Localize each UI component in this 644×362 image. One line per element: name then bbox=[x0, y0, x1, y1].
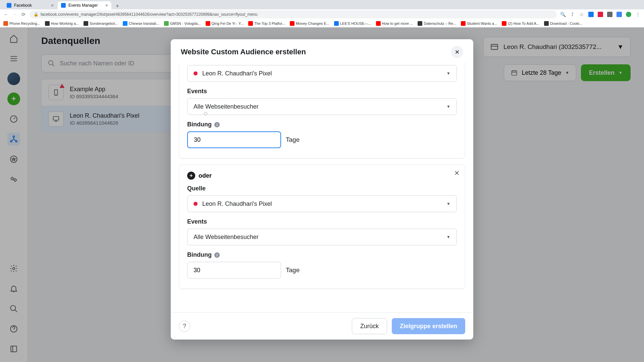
extension-icon[interactable] bbox=[607, 12, 612, 17]
custom-audience-modal: Website Custom Audience erstellen Leon R… bbox=[171, 39, 473, 340]
forward-icon[interactable]: → bbox=[12, 12, 17, 17]
modal-footer: ? Zurück Zielgruppe erstellen bbox=[171, 312, 473, 340]
tab-bar: Facebook × Events Manager × + bbox=[0, 0, 644, 9]
retention-label: Bindung i bbox=[187, 121, 457, 128]
bookmark-item[interactable]: How to get more ... bbox=[376, 21, 413, 26]
create-audience-button[interactable]: Zielgruppe erstellen bbox=[392, 318, 465, 334]
retention-input[interactable] bbox=[187, 131, 281, 148]
pixel-status-dot bbox=[194, 202, 198, 206]
bookmark-item[interactable]: The Top 3 Platfor... bbox=[248, 21, 285, 26]
close-icon bbox=[454, 49, 460, 55]
modal-body: Leon R. Chaudhari's Pixel ▼ Events Alle … bbox=[171, 63, 473, 312]
chevron-down-icon: ▼ bbox=[446, 71, 450, 76]
url-text: facebook.com/events_manager2/list/pixel/… bbox=[41, 12, 257, 17]
new-tab-button[interactable]: + bbox=[114, 3, 121, 9]
retention-input[interactable] bbox=[187, 262, 281, 279]
bookmark-item[interactable]: Chinese translati... bbox=[123, 21, 159, 26]
close-tab-icon[interactable]: × bbox=[105, 3, 108, 8]
bookmark-item[interactable]: Student Wants a... bbox=[461, 21, 497, 26]
extension-icon[interactable] bbox=[616, 12, 622, 17]
bookmark-item[interactable]: Datenschutz – Re... bbox=[418, 21, 456, 26]
modal-title: Website Custom Audience erstellen bbox=[181, 48, 306, 56]
avatar-icon[interactable] bbox=[626, 12, 631, 17]
close-tab-icon[interactable]: × bbox=[51, 3, 54, 8]
criteria-block: Leon R. Chaudhari's Pixel ▼ Events Alle … bbox=[179, 63, 465, 159]
bookmark-bar: Phone Recycling... How Working a... Sond… bbox=[0, 19, 644, 27]
retention-label: Bindung i bbox=[187, 251, 457, 258]
address-bar: ← → ⟳ 🔒 facebook.com/events_manager2/lis… bbox=[0, 9, 644, 19]
cursor-indicator bbox=[204, 112, 207, 115]
events-dropdown[interactable]: Alle Webseitenbesucher ▼ bbox=[187, 229, 457, 245]
extension-icon[interactable] bbox=[588, 12, 594, 17]
chevron-down-icon: ▼ bbox=[446, 235, 450, 239]
chevron-down-icon: ▼ bbox=[446, 104, 450, 109]
plus-icon: + bbox=[187, 172, 195, 180]
facebook-favicon bbox=[7, 3, 11, 8]
criteria-block: + oder Quelle Leon R. Chaudhari's Pixel … bbox=[179, 165, 465, 289]
events-label: Events bbox=[187, 88, 457, 95]
tab-title: Events Manager bbox=[68, 3, 98, 8]
remove-block-button[interactable] bbox=[453, 170, 460, 176]
or-label: oder bbox=[199, 172, 212, 179]
close-modal-button[interactable] bbox=[451, 46, 463, 58]
browser-tab[interactable]: Facebook × bbox=[3, 1, 57, 9]
pixel-status-dot bbox=[194, 71, 198, 75]
bookmark-item[interactable]: How Working a... bbox=[45, 21, 79, 26]
extension-icon[interactable] bbox=[598, 12, 603, 17]
source-dropdown[interactable]: Leon R. Chaudhari's Pixel ▼ bbox=[187, 195, 457, 212]
facebook-favicon bbox=[61, 3, 66, 8]
share-icon[interactable]: ⤴ bbox=[570, 12, 575, 17]
source-value: Leon R. Chaudhari's Pixel bbox=[202, 200, 272, 207]
toolbar-icons: 🔍 ⤴ ☆ ⋮ bbox=[560, 12, 641, 17]
bookmark-item[interactable]: (2) How To Add A... bbox=[502, 21, 539, 26]
create-audience-label: Zielgruppe erstellen bbox=[400, 323, 457, 330]
chevron-down-icon: ▼ bbox=[446, 201, 450, 206]
back-button[interactable]: Zurück bbox=[352, 318, 387, 334]
menu-icon[interactable]: ⋮ bbox=[635, 12, 641, 17]
days-label: Tage bbox=[286, 136, 300, 143]
source-dropdown[interactable]: Leon R. Chaudhari's Pixel ▼ bbox=[187, 65, 457, 82]
bookmark-item[interactable]: Download - Cooki... bbox=[544, 21, 582, 26]
back-icon[interactable]: ← bbox=[3, 12, 9, 17]
modal-header: Website Custom Audience erstellen bbox=[171, 39, 473, 63]
bookmark-item[interactable]: Money Changes E... bbox=[290, 21, 329, 26]
lock-icon: 🔒 bbox=[34, 12, 39, 17]
bookmark-item[interactable]: LEE'S HOUSE—... bbox=[334, 21, 371, 26]
bookmark-item[interactable]: Phone Recycling... bbox=[3, 21, 40, 26]
browser-tab-active[interactable]: Events Manager × bbox=[58, 1, 111, 9]
info-icon[interactable]: i bbox=[214, 252, 220, 258]
bookmark-item[interactable]: GMSN - Vologda... bbox=[164, 21, 201, 26]
events-dropdown[interactable]: Alle Webseitenbesucher ▼ bbox=[187, 98, 457, 115]
days-label: Tage bbox=[286, 266, 300, 274]
url-input[interactable]: 🔒 facebook.com/events_manager2/list/pixe… bbox=[30, 10, 557, 18]
help-button[interactable]: ? bbox=[179, 320, 190, 332]
zoom-icon[interactable]: 🔍 bbox=[560, 12, 566, 17]
tab-title: Facebook bbox=[14, 3, 32, 8]
bookmark-item[interactable]: Qing Fei De Yi - Y... bbox=[206, 21, 244, 26]
or-indicator: + oder bbox=[187, 172, 457, 180]
star-icon[interactable]: ☆ bbox=[579, 12, 584, 17]
source-value: Leon R. Chaudhari's Pixel bbox=[202, 70, 272, 77]
back-label: Zurück bbox=[360, 323, 379, 330]
browser-chrome: Facebook × Events Manager × + ← → ⟳ 🔒 fa… bbox=[0, 0, 644, 27]
events-label: Events bbox=[187, 218, 457, 225]
close-icon bbox=[453, 170, 460, 176]
events-value: Alle Webseitenbesucher bbox=[194, 103, 259, 110]
events-value: Alle Webseitenbesucher bbox=[194, 234, 259, 241]
info-icon[interactable]: i bbox=[214, 122, 220, 127]
source-label: Quelle bbox=[187, 185, 457, 192]
bookmark-item[interactable]: Sonderangebot... bbox=[84, 21, 118, 26]
reload-icon[interactable]: ⟳ bbox=[21, 12, 26, 17]
